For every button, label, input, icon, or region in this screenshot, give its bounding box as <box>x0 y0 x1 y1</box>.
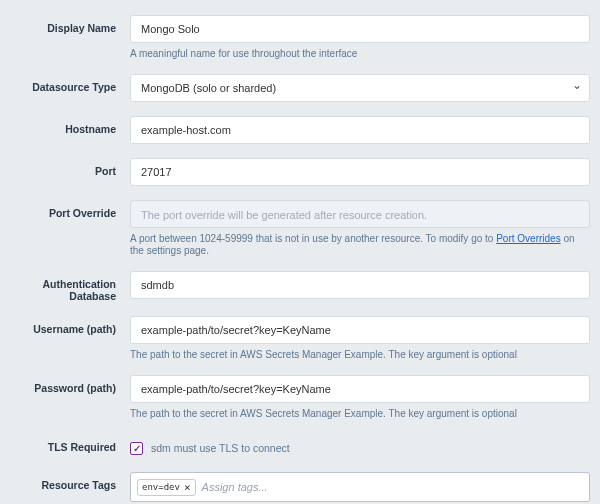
remove-tag-icon[interactable]: × <box>184 481 191 494</box>
tag-chip[interactable]: env=dev × <box>137 479 196 496</box>
password-input[interactable] <box>130 375 590 403</box>
display-name-label: Display Name <box>10 15 130 34</box>
password-helper: The path to the secret in AWS Secrets Ma… <box>130 408 590 420</box>
auth-db-label: Authentication Database <box>10 271 130 302</box>
port-overrides-link[interactable]: Port Overrides <box>496 233 560 244</box>
hostname-input[interactable] <box>130 116 590 144</box>
datasource-type-select[interactable]: MongoDB (solo or sharded) <box>130 74 590 102</box>
auth-db-input[interactable] <box>130 271 590 299</box>
port-label: Port <box>10 158 130 177</box>
username-label: Username (path) <box>10 316 130 335</box>
tls-check-label: sdm must use TLS to connect <box>151 442 290 454</box>
username-helper: The path to the secret in AWS Secrets Ma… <box>130 349 590 361</box>
datasource-type-label: Datasource Type <box>10 74 130 93</box>
tags-label: Resource Tags <box>10 472 130 491</box>
username-input[interactable] <box>130 316 590 344</box>
port-override-helper: A port between 1024-59999 that is not in… <box>130 233 590 257</box>
port-input[interactable] <box>130 158 590 186</box>
tls-checkbox[interactable]: ✓ <box>130 442 143 455</box>
display-name-helper: A meaningful name for use throughout the… <box>130 48 590 60</box>
hostname-label: Hostname <box>10 116 130 135</box>
port-override-label: Port Override <box>10 200 130 219</box>
tag-chip-text: env=dev <box>142 482 180 492</box>
tls-label: TLS Required <box>10 434 130 453</box>
port-override-input: The port override will be generated afte… <box>130 200 590 228</box>
tags-input[interactable]: env=dev × Assign tags... <box>130 472 590 502</box>
tags-placeholder: Assign tags... <box>202 481 268 493</box>
password-label: Password (path) <box>10 375 130 394</box>
display-name-input[interactable] <box>130 15 590 43</box>
